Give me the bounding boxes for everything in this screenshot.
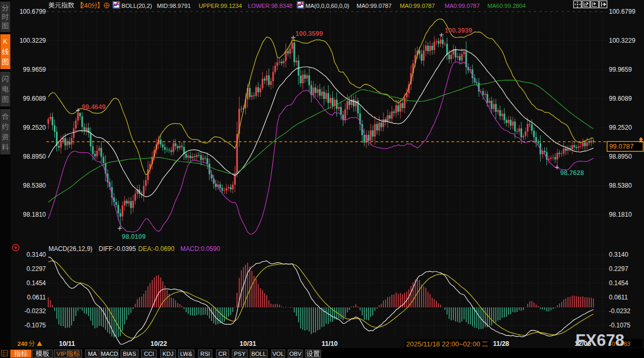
svg-text:MA0:99.0787: MA0:99.0787 [400, 3, 435, 9]
svg-text:K: K [3, 38, 8, 45]
svg-text:99.0787: 99.0787 [609, 142, 633, 150]
svg-text:11/28: 11/28 [493, 340, 510, 347]
svg-text:0.3140: 0.3140 [609, 251, 629, 258]
svg-text:MA: MA [88, 351, 97, 357]
svg-text:BOLL: BOLL [251, 351, 266, 357]
svg-text:100.6799: 100.6799 [609, 8, 636, 15]
svg-text:RSI: RSI [200, 351, 210, 357]
svg-text:0.0611: 0.0611 [27, 294, 46, 301]
svg-text:100.3229: 100.3229 [609, 37, 636, 44]
svg-text:98.1810: 98.1810 [609, 211, 632, 218]
svg-text:PSY: PSY [234, 351, 246, 357]
svg-text:0.1454: 0.1454 [26, 279, 46, 287]
svg-text:DIFF:-0.0395: DIFF:-0.0395 [99, 245, 136, 253]
svg-text:MID:98.9791: MID:98.9791 [157, 3, 191, 9]
svg-text:100.6799: 100.6799 [20, 8, 46, 15]
svg-text:98.7628: 98.7628 [560, 169, 584, 177]
svg-text:MA0:99.0787: MA0:99.0787 [357, 3, 392, 9]
svg-text:VIP: VIP [56, 351, 66, 357]
svg-text:MACD(26,12,9): MACD(26,12,9) [49, 245, 92, 253]
svg-text:0.1454: 0.1454 [609, 279, 629, 287]
svg-text:-0.1075: -0.1075 [609, 322, 631, 329]
svg-text:98.5380: 98.5380 [609, 182, 632, 189]
svg-text:99.9659: 99.9659 [609, 66, 632, 73]
svg-text:99.4649: 99.4649 [82, 103, 105, 111]
svg-text:0.0611: 0.0611 [609, 294, 628, 301]
svg-text:BIAS: BIAS [123, 351, 136, 357]
svg-text:BOLL(20,2): BOLL(20,2) [121, 3, 152, 9]
svg-text:0.3140: 0.3140 [26, 251, 46, 258]
svg-text:240: 240 [17, 341, 27, 347]
svg-text:MACD:0.0590: MACD:0.0590 [180, 245, 220, 253]
svg-text:98.1810: 98.1810 [23, 211, 46, 218]
svg-text:99.6089: 99.6089 [23, 95, 46, 102]
svg-text:100.3939: 100.3939 [445, 27, 472, 34]
svg-text:MA0:99.0787: MA0:99.0787 [445, 3, 480, 9]
svg-text:11/10: 11/10 [322, 340, 338, 347]
svg-text:10/11: 10/11 [59, 340, 75, 347]
svg-text:98.0109: 98.0109 [122, 233, 146, 240]
svg-text:0.2297: 0.2297 [609, 265, 629, 273]
svg-text:10/22: 10/22 [150, 340, 167, 347]
svg-text:0.2297: 0.2297 [26, 265, 46, 273]
svg-text:CR: CR [218, 351, 227, 357]
svg-text:KDJ: KDJ [162, 351, 174, 357]
svg-text:MA60:99.2804: MA60:99.2804 [487, 3, 526, 9]
svg-text:LOWER:98.8348: LOWER:98.8348 [248, 3, 293, 9]
svg-text:FX678: FX678 [575, 331, 624, 350]
svg-text:100.3229: 100.3229 [20, 37, 46, 44]
svg-text:LW&: LW& [180, 351, 193, 357]
svg-text:MA(0,0,0,60,0,0): MA(0,0,0,60,0,0) [305, 3, 350, 9]
svg-text:DEA:-0.0690: DEA:-0.0690 [138, 245, 175, 253]
svg-text:VOL: VOL [272, 351, 284, 357]
svg-text:2025/11/18 22:00~02:00: 2025/11/18 22:00~02:00 [406, 340, 480, 348]
svg-text:10/31: 10/31 [239, 340, 256, 347]
svg-text:99.2520: 99.2520 [23, 124, 46, 131]
svg-text:UPPER:99.1234: UPPER:99.1234 [199, 3, 242, 9]
svg-text:-0.0232: -0.0232 [24, 307, 46, 315]
svg-text:98.5380: 98.5380 [23, 182, 46, 189]
svg-text:OBV: OBV [289, 351, 302, 357]
svg-text:-0.0232: -0.0232 [609, 307, 631, 315]
svg-text:99.2520: 99.2520 [609, 124, 632, 131]
svg-text:CCI: CCI [144, 351, 154, 357]
svg-text:MACD: MACD [101, 351, 118, 357]
svg-text:100.3599: 100.3599 [295, 30, 323, 37]
svg-text:99.6089: 99.6089 [609, 95, 632, 102]
svg-text:98.8950: 98.8950 [23, 153, 46, 160]
svg-text:99.9659: 99.9659 [23, 66, 46, 73]
svg-text:240: 240 [80, 2, 91, 9]
svg-text:98.8950: 98.8950 [609, 153, 632, 160]
svg-text:-0.1075: -0.1075 [24, 322, 46, 329]
